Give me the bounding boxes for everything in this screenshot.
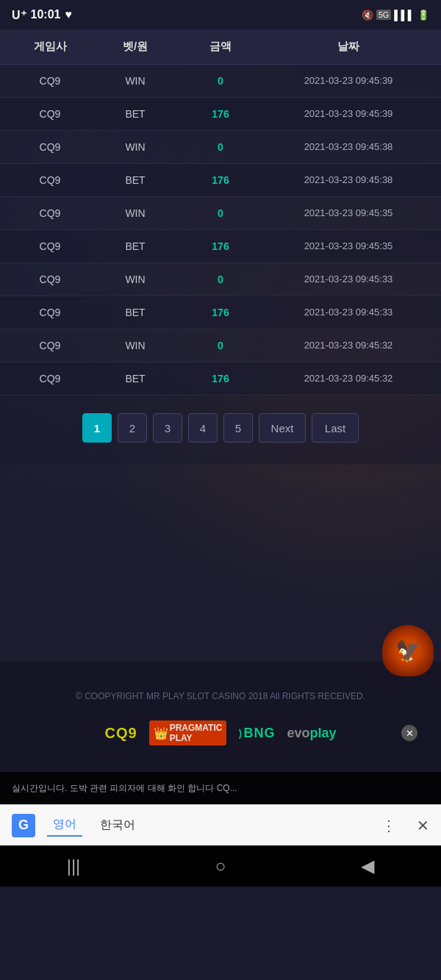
table-row: CQ9BET1762021-03-23 09:45:32: [0, 362, 441, 396]
cell-type: WIN: [93, 340, 178, 351]
cell-date: 2021-03-23 09:45:35: [263, 207, 434, 219]
page-3-button[interactable]: 3: [153, 413, 182, 443]
status-left: U⁺ 10:01 ♥: [12, 8, 72, 22]
cell-game: CQ9: [7, 340, 93, 351]
cell-game: CQ9: [7, 373, 93, 385]
page-1-button[interactable]: 1: [82, 413, 112, 443]
cell-type: BET: [93, 307, 178, 318]
target-language[interactable]: 한국어: [94, 815, 141, 836]
cell-amount: 176: [178, 174, 263, 186]
brand-bng: ⟩BNG: [238, 726, 275, 741]
translate-close-button[interactable]: ✕: [417, 817, 429, 834]
translate-menu-icon[interactable]: ⋮: [381, 817, 396, 834]
table-row: CQ9WIN02021-03-23 09:45:39: [0, 65, 441, 98]
time-label: 10:01: [31, 8, 61, 21]
footer-section: 🦅 © COOPYRIGHT MR PLAY SLOT CASINO 2018 …: [0, 662, 441, 772]
table-container: 게임사 벳/원 금액 날짜 CQ9WIN02021-03-23 09:45:39…: [0, 29, 441, 465]
cell-type: BET: [93, 108, 178, 120]
mascot-image: 🦅: [382, 625, 434, 676]
cell-amount: 0: [178, 340, 263, 351]
cell-date: 2021-03-23 09:45:32: [263, 340, 434, 351]
table-row: CQ9WIN02021-03-23 09:45:38: [0, 131, 441, 164]
cell-date: 2021-03-23 09:45:33: [263, 273, 434, 285]
cell-game: CQ9: [7, 141, 93, 153]
translate-bar: G 영어 한국어 ⋮ ✕: [0, 804, 441, 845]
page-5-button[interactable]: 5: [223, 413, 253, 443]
close-button[interactable]: ✕: [401, 725, 417, 741]
bars-icon: ▌▌▌: [394, 10, 415, 21]
bottom-nav: ||| ○ ◀: [0, 845, 441, 887]
cell-type: BET: [93, 174, 178, 186]
google-translate-icon: G: [12, 814, 35, 837]
table-header: 게임사 벳/원 금액 날짜: [0, 29, 441, 65]
cell-amount: 0: [178, 207, 263, 219]
cell-amount: 176: [178, 108, 263, 120]
brand-evo: evoplay: [287, 726, 336, 741]
battery-icon: 🔋: [417, 10, 429, 21]
cell-game: CQ9: [7, 273, 93, 285]
next-button[interactable]: Next: [259, 413, 306, 443]
header-game: 게임사: [7, 40, 93, 54]
cell-type: BET: [93, 373, 178, 385]
table-row: CQ9BET1762021-03-23 09:45:39: [0, 98, 441, 131]
brand-pragmatic: 👑 PRAGMATICPLAY: [149, 720, 227, 745]
cell-amount: 0: [178, 273, 263, 285]
mute-icon: 🔇: [362, 10, 373, 21]
cell-amount: 0: [178, 141, 263, 153]
pagination: 1 2 3 4 5 Next Last: [0, 396, 441, 465]
back-button[interactable]: ◀: [345, 851, 390, 881]
carrier-label: U⁺: [12, 8, 26, 22]
table-row: CQ9WIN02021-03-23 09:45:32: [0, 329, 441, 362]
cell-date: 2021-03-23 09:45:33: [263, 307, 434, 318]
status-bar: U⁺ 10:01 ♥ 🔇 5G ▌▌▌ 🔋: [0, 0, 441, 29]
cell-game: CQ9: [7, 75, 93, 87]
cell-type: WIN: [93, 207, 178, 219]
cell-amount: 176: [178, 307, 263, 318]
cell-type: WIN: [93, 273, 178, 285]
table-row: CQ9WIN02021-03-23 09:45:35: [0, 197, 441, 230]
cell-date: 2021-03-23 09:45:38: [263, 174, 434, 186]
signal-label: 5G: [376, 10, 392, 20]
table-row: CQ9BET1762021-03-23 09:45:33: [0, 296, 441, 329]
cell-type: WIN: [93, 141, 178, 153]
source-language[interactable]: 영어: [47, 814, 82, 837]
cell-date: 2021-03-23 09:45:35: [263, 240, 434, 252]
cell-type: WIN: [93, 75, 178, 87]
table-row: CQ9BET1762021-03-23 09:45:38: [0, 164, 441, 197]
pragmatic-crown-icon: 👑: [154, 726, 168, 740]
cell-game: CQ9: [7, 174, 93, 186]
copyright-text: © COOPYRIGHT MR PLAY SLOT CASINO 2018 Al…: [12, 676, 429, 713]
cell-amount: 176: [178, 240, 263, 252]
cell-game: CQ9: [7, 240, 93, 252]
brand-cq9: CQ9: [105, 725, 137, 742]
brands-row: CQ9 👑 PRAGMATICPLAY ⟩BNG evoplay ✕: [12, 713, 429, 757]
page-4-button[interactable]: 4: [188, 413, 218, 443]
table-body: CQ9WIN02021-03-23 09:45:39CQ9BET1762021-…: [0, 65, 441, 396]
cell-date: 2021-03-23 09:45:32: [263, 373, 434, 385]
home-button[interactable]: ○: [198, 851, 243, 881]
page-2-button[interactable]: 2: [118, 413, 147, 443]
cell-amount: 0: [178, 75, 263, 87]
cell-type: BET: [93, 240, 178, 252]
cell-game: CQ9: [7, 307, 93, 318]
cell-date: 2021-03-23 09:45:39: [263, 75, 434, 87]
cell-date: 2021-03-23 09:45:38: [263, 141, 434, 153]
cell-game: CQ9: [7, 207, 93, 219]
heart-icon: ♥: [65, 8, 72, 21]
header-amount: 금액: [178, 40, 263, 54]
menu-button[interactable]: |||: [51, 851, 96, 881]
last-button[interactable]: Last: [312, 413, 359, 443]
main-container: 게임사 벳/원 금액 날짜 CQ9WIN02021-03-23 09:45:39…: [0, 29, 441, 662]
cell-game: CQ9: [7, 108, 93, 120]
header-type: 벳/원: [93, 40, 178, 54]
cell-amount: 176: [178, 373, 263, 385]
notification-text: 실시간입니다. 도박 관련 피의자에 대해 화인 합니다 CQ...: [12, 782, 237, 795]
table-row: CQ9WIN02021-03-23 09:45:33: [0, 263, 441, 296]
table-row: CQ9BET1762021-03-23 09:45:35: [0, 230, 441, 263]
cell-date: 2021-03-23 09:45:39: [263, 108, 434, 120]
status-right: 🔇 5G ▌▌▌ 🔋: [362, 10, 429, 21]
notification-bar: 실시간입니다. 도박 관련 피의자에 대해 화인 합니다 CQ...: [0, 772, 441, 804]
header-date: 날짜: [263, 40, 434, 54]
